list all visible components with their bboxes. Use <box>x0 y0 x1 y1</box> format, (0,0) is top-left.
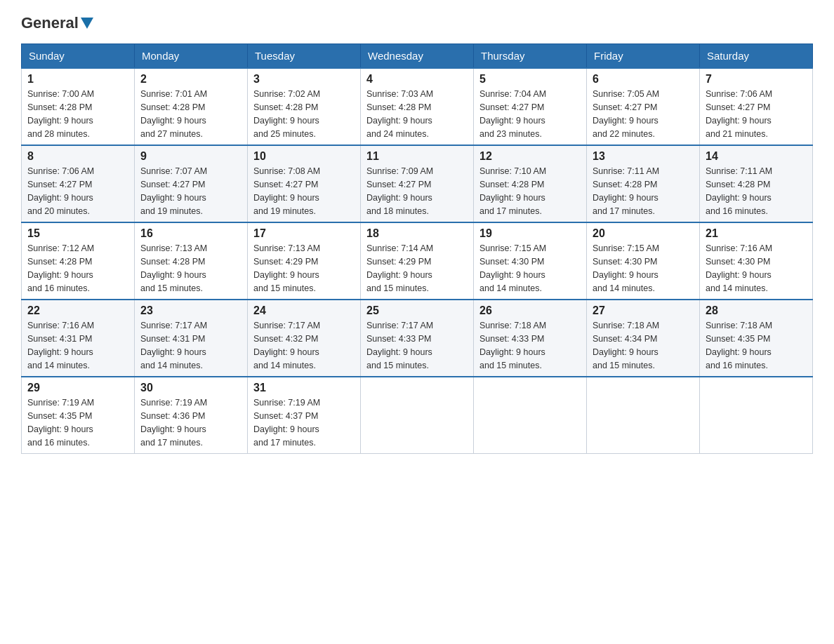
day-info: Sunrise: 7:16 AM Sunset: 4:30 PM Dayligh… <box>706 242 807 295</box>
day-number: 10 <box>253 150 355 163</box>
calendar-cell: 31 Sunrise: 7:19 AM Sunset: 4:37 PM Dayl… <box>248 377 361 454</box>
day-number: 27 <box>593 304 694 317</box>
day-info: Sunrise: 7:13 AM Sunset: 4:28 PM Dayligh… <box>140 242 241 295</box>
calendar-cell: 29 Sunrise: 7:19 AM Sunset: 4:35 PM Dayl… <box>22 377 135 454</box>
calendar-cell: 21 Sunrise: 7:16 AM Sunset: 4:30 PM Dayl… <box>700 222 813 300</box>
calendar-cell: 19 Sunrise: 7:15 AM Sunset: 4:30 PM Dayl… <box>474 222 587 300</box>
day-info: Sunrise: 7:05 AM Sunset: 4:27 PM Dayligh… <box>593 88 694 140</box>
day-info: Sunrise: 7:10 AM Sunset: 4:28 PM Dayligh… <box>479 165 581 217</box>
calendar-cell: 14 Sunrise: 7:11 AM Sunset: 4:28 PM Dayl… <box>700 145 813 222</box>
day-info: Sunrise: 7:13 AM Sunset: 4:29 PM Dayligh… <box>253 242 355 295</box>
day-number: 5 <box>479 73 581 86</box>
calendar-cell: 30 Sunrise: 7:19 AM Sunset: 4:36 PM Dayl… <box>135 377 248 454</box>
header-wednesday: Wednesday <box>361 44 474 69</box>
calendar-cell: 10 Sunrise: 7:08 AM Sunset: 4:27 PM Dayl… <box>248 145 361 222</box>
calendar-cell: 20 Sunrise: 7:15 AM Sunset: 4:30 PM Dayl… <box>587 222 700 300</box>
day-info: Sunrise: 7:01 AM Sunset: 4:28 PM Dayligh… <box>140 88 241 140</box>
calendar-cell: 25 Sunrise: 7:17 AM Sunset: 4:33 PM Dayl… <box>361 300 474 377</box>
day-number: 6 <box>593 73 694 86</box>
day-info: Sunrise: 7:17 AM Sunset: 4:31 PM Dayligh… <box>140 319 241 372</box>
calendar-week-row: 15 Sunrise: 7:12 AM Sunset: 4:28 PM Dayl… <box>22 222 813 300</box>
day-number: 2 <box>140 73 241 86</box>
header-tuesday: Tuesday <box>248 44 361 69</box>
day-number: 31 <box>253 382 355 394</box>
calendar-week-row: 8 Sunrise: 7:06 AM Sunset: 4:27 PM Dayli… <box>22 145 813 222</box>
day-number: 21 <box>706 227 807 240</box>
header-saturday: Saturday <box>700 44 813 69</box>
day-info: Sunrise: 7:17 AM Sunset: 4:32 PM Dayligh… <box>253 319 355 372</box>
day-info: Sunrise: 7:19 AM Sunset: 4:36 PM Dayligh… <box>140 396 241 449</box>
day-info: Sunrise: 7:11 AM Sunset: 4:28 PM Dayligh… <box>706 165 807 217</box>
calendar-cell: 26 Sunrise: 7:18 AM Sunset: 4:33 PM Dayl… <box>474 300 587 377</box>
day-number: 1 <box>27 73 128 86</box>
day-number: 11 <box>366 150 468 163</box>
calendar-week-row: 1 Sunrise: 7:00 AM Sunset: 4:28 PM Dayli… <box>22 68 813 145</box>
day-number: 23 <box>140 304 241 317</box>
day-info: Sunrise: 7:18 AM Sunset: 4:35 PM Dayligh… <box>706 319 807 372</box>
day-number: 14 <box>706 150 807 163</box>
day-number: 30 <box>140 382 241 394</box>
day-info: Sunrise: 7:19 AM Sunset: 4:35 PM Dayligh… <box>27 396 128 449</box>
calendar-cell <box>474 377 587 454</box>
calendar-cell: 18 Sunrise: 7:14 AM Sunset: 4:29 PM Dayl… <box>361 222 474 300</box>
day-info: Sunrise: 7:06 AM Sunset: 4:27 PM Dayligh… <box>27 165 128 217</box>
header-monday: Monday <box>135 44 248 69</box>
day-number: 29 <box>27 382 128 394</box>
day-number: 16 <box>140 227 241 240</box>
header-friday: Friday <box>587 44 700 69</box>
day-info: Sunrise: 7:06 AM Sunset: 4:27 PM Dayligh… <box>706 88 807 140</box>
day-number: 26 <box>479 304 581 317</box>
calendar-cell: 6 Sunrise: 7:05 AM Sunset: 4:27 PM Dayli… <box>587 68 700 145</box>
day-info: Sunrise: 7:09 AM Sunset: 4:27 PM Dayligh… <box>366 165 468 217</box>
logo: General <box>21 14 95 32</box>
day-info: Sunrise: 7:18 AM Sunset: 4:34 PM Dayligh… <box>593 319 694 372</box>
calendar-cell: 16 Sunrise: 7:13 AM Sunset: 4:28 PM Dayl… <box>135 222 248 300</box>
calendar-cell: 22 Sunrise: 7:16 AM Sunset: 4:31 PM Dayl… <box>22 300 135 377</box>
day-info: Sunrise: 7:03 AM Sunset: 4:28 PM Dayligh… <box>366 88 468 140</box>
day-number: 22 <box>27 304 128 317</box>
calendar-cell: 3 Sunrise: 7:02 AM Sunset: 4:28 PM Dayli… <box>248 68 361 145</box>
calendar-cell: 23 Sunrise: 7:17 AM Sunset: 4:31 PM Dayl… <box>135 300 248 377</box>
calendar-cell <box>361 377 474 454</box>
day-info: Sunrise: 7:11 AM Sunset: 4:28 PM Dayligh… <box>593 165 694 217</box>
calendar-cell: 15 Sunrise: 7:12 AM Sunset: 4:28 PM Dayl… <box>22 222 135 300</box>
calendar-cell: 27 Sunrise: 7:18 AM Sunset: 4:34 PM Dayl… <box>587 300 700 377</box>
day-number: 3 <box>253 73 355 86</box>
day-info: Sunrise: 7:12 AM Sunset: 4:28 PM Dayligh… <box>27 242 128 295</box>
calendar-table: Sunday Monday Tuesday Wednesday Thursday… <box>21 43 813 454</box>
day-info: Sunrise: 7:17 AM Sunset: 4:33 PM Dayligh… <box>366 319 468 372</box>
logo-general-text: General <box>21 14 79 32</box>
day-number: 9 <box>140 150 241 163</box>
day-number: 24 <box>253 304 355 317</box>
calendar-cell: 17 Sunrise: 7:13 AM Sunset: 4:29 PM Dayl… <box>248 222 361 300</box>
day-number: 19 <box>479 227 581 240</box>
day-info: Sunrise: 7:15 AM Sunset: 4:30 PM Dayligh… <box>593 242 694 295</box>
day-number: 20 <box>593 227 694 240</box>
weekday-header-row: Sunday Monday Tuesday Wednesday Thursday… <box>22 44 813 69</box>
day-info: Sunrise: 7:14 AM Sunset: 4:29 PM Dayligh… <box>366 242 468 295</box>
calendar-cell: 5 Sunrise: 7:04 AM Sunset: 4:27 PM Dayli… <box>474 68 587 145</box>
calendar-cell: 13 Sunrise: 7:11 AM Sunset: 4:28 PM Dayl… <box>587 145 700 222</box>
day-number: 4 <box>366 73 468 86</box>
calendar-cell: 4 Sunrise: 7:03 AM Sunset: 4:28 PM Dayli… <box>361 68 474 145</box>
calendar-cell: 28 Sunrise: 7:18 AM Sunset: 4:35 PM Dayl… <box>700 300 813 377</box>
calendar-cell: 11 Sunrise: 7:09 AM Sunset: 4:27 PM Dayl… <box>361 145 474 222</box>
header-sunday: Sunday <box>22 44 135 69</box>
calendar-cell <box>700 377 813 454</box>
day-number: 7 <box>706 73 807 86</box>
day-info: Sunrise: 7:02 AM Sunset: 4:28 PM Dayligh… <box>253 88 355 140</box>
day-info: Sunrise: 7:08 AM Sunset: 4:27 PM Dayligh… <box>253 165 355 217</box>
calendar-cell <box>587 377 700 454</box>
day-info: Sunrise: 7:07 AM Sunset: 4:27 PM Dayligh… <box>140 165 241 217</box>
day-number: 25 <box>366 304 468 317</box>
calendar-cell: 24 Sunrise: 7:17 AM Sunset: 4:32 PM Dayl… <box>248 300 361 377</box>
logo-arrow-icon <box>81 18 93 29</box>
day-info: Sunrise: 7:04 AM Sunset: 4:27 PM Dayligh… <box>479 88 581 140</box>
day-number: 13 <box>593 150 694 163</box>
day-number: 17 <box>253 227 355 240</box>
calendar-week-row: 29 Sunrise: 7:19 AM Sunset: 4:35 PM Dayl… <box>22 377 813 454</box>
calendar-cell: 7 Sunrise: 7:06 AM Sunset: 4:27 PM Dayli… <box>700 68 813 145</box>
day-info: Sunrise: 7:19 AM Sunset: 4:37 PM Dayligh… <box>253 396 355 449</box>
calendar-cell: 2 Sunrise: 7:01 AM Sunset: 4:28 PM Dayli… <box>135 68 248 145</box>
day-number: 12 <box>479 150 581 163</box>
